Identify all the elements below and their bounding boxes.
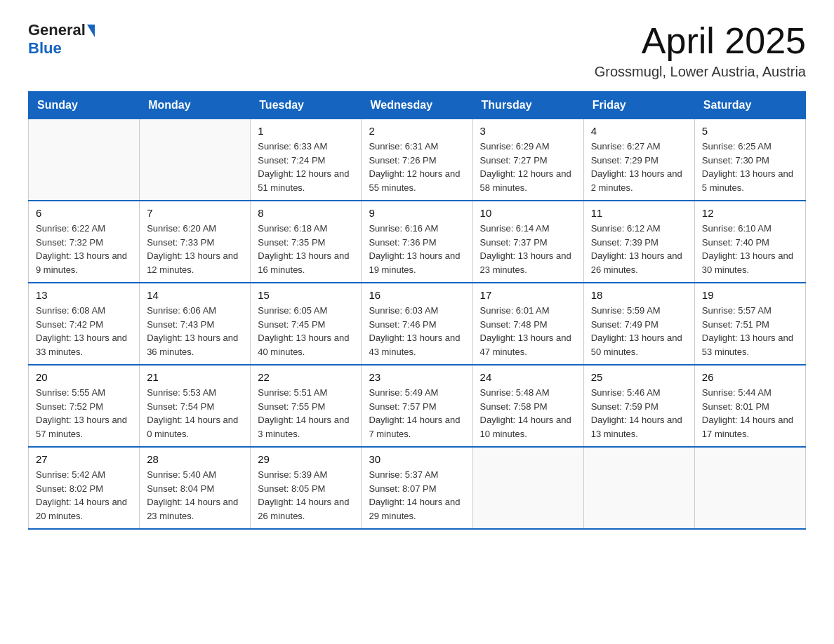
calendar-day-cell xyxy=(29,119,140,201)
calendar-week-row: 27Sunrise: 5:42 AMSunset: 8:02 PMDayligh… xyxy=(29,447,806,529)
day-sun-info: Sunrise: 5:37 AMSunset: 8:07 PMDaylight:… xyxy=(369,468,465,523)
calendar-day-cell: 28Sunrise: 5:40 AMSunset: 8:04 PMDayligh… xyxy=(140,447,251,529)
day-number: 27 xyxy=(36,453,132,465)
page-header: General Blue April 2025 Grossmugl, Lower… xyxy=(28,21,806,80)
calendar-day-cell: 18Sunrise: 5:59 AMSunset: 7:49 PMDayligh… xyxy=(583,283,694,365)
day-number: 16 xyxy=(369,289,465,301)
calendar-day-cell: 17Sunrise: 6:01 AMSunset: 7:48 PMDayligh… xyxy=(472,283,583,365)
calendar-week-row: 20Sunrise: 5:55 AMSunset: 7:52 PMDayligh… xyxy=(29,365,806,447)
day-number: 3 xyxy=(480,125,576,137)
day-sun-info: Sunrise: 5:55 AMSunset: 7:52 PMDaylight:… xyxy=(36,386,132,441)
calendar-day-cell: 4Sunrise: 6:27 AMSunset: 7:29 PMDaylight… xyxy=(583,119,694,201)
day-sun-info: Sunrise: 6:29 AMSunset: 7:27 PMDaylight:… xyxy=(480,140,576,194)
day-sun-info: Sunrise: 6:05 AMSunset: 7:45 PMDaylight:… xyxy=(258,304,354,358)
calendar-weekday-header: Sunday xyxy=(29,92,140,119)
day-number: 30 xyxy=(369,453,465,465)
calendar-day-cell: 5Sunrise: 6:25 AMSunset: 7:30 PMDaylight… xyxy=(694,119,805,201)
calendar-day-cell: 27Sunrise: 5:42 AMSunset: 8:02 PMDayligh… xyxy=(29,447,140,529)
day-number: 7 xyxy=(147,207,243,219)
logo-arrow-icon xyxy=(87,25,95,37)
day-number: 23 xyxy=(369,371,465,383)
calendar-day-cell: 7Sunrise: 6:20 AMSunset: 7:33 PMDaylight… xyxy=(140,201,251,283)
day-sun-info: Sunrise: 6:06 AMSunset: 7:43 PMDaylight:… xyxy=(147,304,243,358)
day-number: 14 xyxy=(147,289,243,301)
day-sun-info: Sunrise: 6:16 AMSunset: 7:36 PMDaylight:… xyxy=(369,222,465,276)
day-number: 2 xyxy=(369,125,465,137)
calendar-day-cell: 26Sunrise: 5:44 AMSunset: 8:01 PMDayligh… xyxy=(694,365,805,447)
day-sun-info: Sunrise: 5:46 AMSunset: 7:59 PMDaylight:… xyxy=(591,386,687,441)
calendar-day-cell: 24Sunrise: 5:48 AMSunset: 7:58 PMDayligh… xyxy=(472,365,583,447)
day-sun-info: Sunrise: 6:25 AMSunset: 7:30 PMDaylight:… xyxy=(702,140,798,194)
logo-blue-text: Blue xyxy=(28,39,62,58)
calendar-table: SundayMondayTuesdayWednesdayThursdayFrid… xyxy=(28,91,806,530)
day-sun-info: Sunrise: 5:44 AMSunset: 8:01 PMDaylight:… xyxy=(702,386,798,441)
calendar-day-cell: 29Sunrise: 5:39 AMSunset: 8:05 PMDayligh… xyxy=(251,447,362,529)
day-sun-info: Sunrise: 6:01 AMSunset: 7:48 PMDaylight:… xyxy=(480,304,576,358)
calendar-header-row: SundayMondayTuesdayWednesdayThursdayFrid… xyxy=(29,92,806,119)
calendar-day-cell: 2Sunrise: 6:31 AMSunset: 7:26 PMDaylight… xyxy=(362,119,472,201)
day-sun-info: Sunrise: 6:08 AMSunset: 7:42 PMDaylight:… xyxy=(36,304,132,358)
day-number: 26 xyxy=(702,371,798,383)
calendar-day-cell: 16Sunrise: 6:03 AMSunset: 7:46 PMDayligh… xyxy=(362,283,472,365)
day-sun-info: Sunrise: 5:42 AMSunset: 8:02 PMDaylight:… xyxy=(36,468,132,523)
calendar-week-row: 1Sunrise: 6:33 AMSunset: 7:24 PMDaylight… xyxy=(29,119,806,201)
day-number: 4 xyxy=(591,125,687,137)
logo: General Blue xyxy=(28,21,95,58)
calendar-week-row: 13Sunrise: 6:08 AMSunset: 7:42 PMDayligh… xyxy=(29,283,806,365)
day-number: 13 xyxy=(36,289,132,301)
day-sun-info: Sunrise: 6:12 AMSunset: 7:39 PMDaylight:… xyxy=(591,222,687,276)
calendar-day-cell: 12Sunrise: 6:10 AMSunset: 7:40 PMDayligh… xyxy=(694,201,805,283)
page-title: April 2025 xyxy=(595,21,806,61)
day-sun-info: Sunrise: 5:59 AMSunset: 7:49 PMDaylight:… xyxy=(591,304,687,358)
day-sun-info: Sunrise: 5:39 AMSunset: 8:05 PMDaylight:… xyxy=(258,468,354,523)
calendar-weekday-header: Thursday xyxy=(472,92,583,119)
calendar-day-cell xyxy=(472,447,583,529)
day-sun-info: Sunrise: 6:20 AMSunset: 7:33 PMDaylight:… xyxy=(147,222,243,276)
day-number: 25 xyxy=(591,371,687,383)
calendar-week-row: 6Sunrise: 6:22 AMSunset: 7:32 PMDaylight… xyxy=(29,201,806,283)
day-sun-info: Sunrise: 5:57 AMSunset: 7:51 PMDaylight:… xyxy=(702,304,798,358)
day-number: 19 xyxy=(702,289,798,301)
day-sun-info: Sunrise: 5:48 AMSunset: 7:58 PMDaylight:… xyxy=(480,386,576,441)
calendar-day-cell: 9Sunrise: 6:16 AMSunset: 7:36 PMDaylight… xyxy=(362,201,472,283)
day-number: 6 xyxy=(36,207,132,219)
day-number: 21 xyxy=(147,371,243,383)
calendar-day-cell: 30Sunrise: 5:37 AMSunset: 8:07 PMDayligh… xyxy=(362,447,472,529)
day-number: 8 xyxy=(258,207,354,219)
calendar-day-cell: 23Sunrise: 5:49 AMSunset: 7:57 PMDayligh… xyxy=(362,365,472,447)
day-number: 18 xyxy=(591,289,687,301)
calendar-day-cell: 3Sunrise: 6:29 AMSunset: 7:27 PMDaylight… xyxy=(472,119,583,201)
day-number: 22 xyxy=(258,371,354,383)
day-sun-info: Sunrise: 6:10 AMSunset: 7:40 PMDaylight:… xyxy=(702,222,798,276)
day-number: 15 xyxy=(258,289,354,301)
day-number: 24 xyxy=(480,371,576,383)
day-sun-info: Sunrise: 6:22 AMSunset: 7:32 PMDaylight:… xyxy=(36,222,132,276)
day-sun-info: Sunrise: 6:31 AMSunset: 7:26 PMDaylight:… xyxy=(369,140,465,194)
calendar-day-cell xyxy=(140,119,251,201)
day-number: 10 xyxy=(480,207,576,219)
calendar-day-cell: 21Sunrise: 5:53 AMSunset: 7:54 PMDayligh… xyxy=(140,365,251,447)
calendar-day-cell: 11Sunrise: 6:12 AMSunset: 7:39 PMDayligh… xyxy=(583,201,694,283)
day-number: 9 xyxy=(369,207,465,219)
day-number: 28 xyxy=(147,453,243,465)
logo-general-text: General xyxy=(28,21,86,39)
calendar-day-cell: 1Sunrise: 6:33 AMSunset: 7:24 PMDaylight… xyxy=(251,119,362,201)
day-sun-info: Sunrise: 5:49 AMSunset: 7:57 PMDaylight:… xyxy=(369,386,465,441)
calendar-day-cell: 10Sunrise: 6:14 AMSunset: 7:37 PMDayligh… xyxy=(472,201,583,283)
day-number: 29 xyxy=(258,453,354,465)
day-number: 17 xyxy=(480,289,576,301)
day-sun-info: Sunrise: 6:14 AMSunset: 7:37 PMDaylight:… xyxy=(480,222,576,276)
calendar-day-cell: 14Sunrise: 6:06 AMSunset: 7:43 PMDayligh… xyxy=(140,283,251,365)
calendar-day-cell xyxy=(694,447,805,529)
calendar-day-cell: 13Sunrise: 6:08 AMSunset: 7:42 PMDayligh… xyxy=(29,283,140,365)
calendar-weekday-header: Wednesday xyxy=(362,92,472,119)
calendar-day-cell: 6Sunrise: 6:22 AMSunset: 7:32 PMDaylight… xyxy=(29,201,140,283)
day-number: 20 xyxy=(36,371,132,383)
day-sun-info: Sunrise: 6:27 AMSunset: 7:29 PMDaylight:… xyxy=(591,140,687,194)
day-number: 11 xyxy=(591,207,687,219)
day-number: 12 xyxy=(702,207,798,219)
calendar-weekday-header: Saturday xyxy=(694,92,805,119)
day-number: 5 xyxy=(702,125,798,137)
calendar-weekday-header: Tuesday xyxy=(251,92,362,119)
day-sun-info: Sunrise: 5:53 AMSunset: 7:54 PMDaylight:… xyxy=(147,386,243,441)
